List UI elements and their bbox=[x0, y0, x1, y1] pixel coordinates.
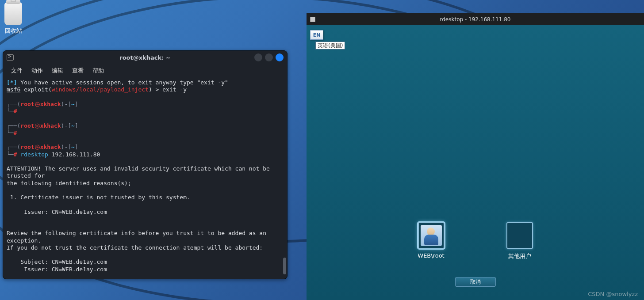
recycle-bin-label: 回收站 bbox=[4, 27, 22, 35]
rdesktop-window: rdesktop - 192.168.111.80 EN 英语(美国) WEB\… bbox=[307, 13, 644, 300]
rdesktop-titlebar[interactable]: rdesktop - 192.168.111.80 bbox=[307, 14, 644, 25]
user-tile-label: 其他用户 bbox=[506, 252, 533, 260]
user-tile-label: WEB\root bbox=[418, 252, 444, 259]
terminal-title: root@xkhack: ~ bbox=[3, 54, 287, 61]
rdesktop-body: EN 英语(美国) WEB\root 其他用户 取消 bbox=[307, 25, 644, 300]
user-empty-frame bbox=[506, 222, 533, 249]
terminal-menubar: 文件 动作 编辑 查看 帮助 bbox=[3, 64, 287, 77]
menu-action[interactable]: 动作 bbox=[28, 66, 46, 76]
user-avatar-frame bbox=[418, 222, 445, 249]
language-indicator[interactable]: EN bbox=[310, 30, 323, 40]
watermark: CSDN @snowlyzz bbox=[588, 291, 638, 297]
recycle-bin[interactable]: 回收站 bbox=[4, 2, 22, 35]
menu-view[interactable]: 查看 bbox=[69, 66, 87, 76]
minimize-button[interactable] bbox=[254, 53, 262, 61]
menu-help[interactable]: 帮助 bbox=[89, 66, 107, 76]
terminal-titlebar[interactable]: root@xkhack: ~ bbox=[3, 51, 287, 64]
language-tooltip: 英语(美国) bbox=[315, 42, 345, 49]
cancel-button[interactable]: 取消 bbox=[455, 277, 496, 287]
maximize-button[interactable] bbox=[265, 53, 273, 61]
user-tile-webroot[interactable]: WEB\root bbox=[418, 222, 444, 260]
close-button[interactable] bbox=[276, 53, 284, 61]
terminal-content[interactable]: [*] You have active sessions open, to ex… bbox=[3, 77, 287, 279]
trash-icon bbox=[4, 2, 22, 25]
scrollbar-thumb[interactable] bbox=[283, 258, 286, 274]
user-avatar-icon bbox=[421, 225, 442, 246]
user-tiles: WEB\root 其他用户 bbox=[307, 222, 644, 260]
rdesktop-title: rdesktop - 192.168.111.80 bbox=[307, 16, 644, 23]
menu-edit[interactable]: 编辑 bbox=[48, 66, 67, 76]
menu-file[interactable]: 文件 bbox=[8, 66, 26, 76]
user-tile-other[interactable]: 其他用户 bbox=[506, 222, 533, 260]
terminal-window: root@xkhack: ~ 文件 动作 编辑 查看 帮助 [*] You ha… bbox=[3, 50, 288, 279]
